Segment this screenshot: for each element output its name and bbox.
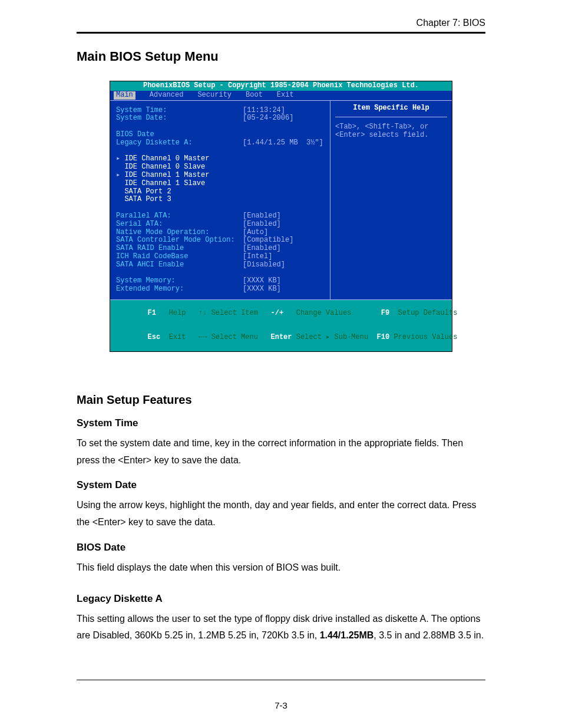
triangle-icon: ▸ xyxy=(116,155,124,163)
bios-menubar: Main Advanced Security Boot Exit xyxy=(110,91,452,100)
value-ich: [Intel] xyxy=(243,253,272,261)
row-ich[interactable]: ICH Raid CodeBase [Intel] xyxy=(116,253,326,261)
label-sata-ctrl: SATA Controller Mode Option: xyxy=(116,236,243,245)
label-ich: ICH Raid CodeBase xyxy=(116,253,243,261)
row-ide0-master[interactable]: ▸ IDE Channel 0 Master xyxy=(116,155,326,163)
bios-tab-security[interactable]: Security xyxy=(197,91,232,100)
value-sata: [Enabled] xyxy=(243,220,281,229)
bios-help-pane: Item Specific Help <Tab>, <Shift-Tab>, o… xyxy=(330,100,452,299)
help-title: Item Specific Help xyxy=(335,104,447,118)
row-legacy-a[interactable]: Legacy Diskette A: [1.44/1.25 MB 3½"] xyxy=(116,139,326,147)
ft-submenu: Select ▸ Sub-Menu xyxy=(296,333,368,341)
row-ahci[interactable]: SATA AHCI Enable [Disabled] xyxy=(116,261,326,269)
value-sysmem: [XXXX KB] xyxy=(243,277,281,285)
row-pata[interactable]: Parallel ATA: [Enabled] xyxy=(116,212,326,220)
bios-body: System Time: [11:13:24] System Date: [05… xyxy=(110,100,452,299)
ft-pm: -/+ xyxy=(270,309,283,317)
p-system-time: To set the system date and time, key in … xyxy=(77,435,485,469)
row-extmem: Extended Memory: [XXXX KB] xyxy=(116,285,326,294)
value-system-time: [11:13:24] xyxy=(243,107,285,115)
ft-selmenu: ←→ Select Menu xyxy=(199,333,258,341)
label-sata2: SATA Port 2 xyxy=(124,188,171,196)
row-sata-raid[interactable]: SATA RAID Enable [Enabled] xyxy=(116,245,326,253)
help-body: <Tab>, <Shift-Tab>, or <Enter> selects f… xyxy=(335,123,447,140)
label-extmem: Extended Memory: xyxy=(116,285,243,294)
p-bios-date: This field displays the date when this v… xyxy=(77,559,485,577)
bios-titlebar: PhoenixBIOS Setup - Copyright 1985-2004 … xyxy=(110,81,452,91)
value-native: [Auto] xyxy=(243,229,268,237)
p-legacy-a-2: , 3.5 in and 2.88MB 3.5 in. xyxy=(373,630,484,640)
header-rule xyxy=(77,32,485,34)
ft-change: Change Values xyxy=(296,309,352,317)
h-system-date: System Date xyxy=(77,479,485,491)
label-legacy-a: Legacy Diskette A: xyxy=(116,139,243,147)
bios-screenshot: PhoenixBIOS Setup - Copyright 1985-2004 … xyxy=(110,81,452,352)
row-system-date[interactable]: System Date: [05-24-2006] xyxy=(116,114,326,123)
row-sata-ctrl[interactable]: SATA Controller Mode Option: [Compatible… xyxy=(116,236,326,245)
bios-tab-advanced[interactable]: Advanced xyxy=(150,91,184,100)
ft-defaults: Setup Defaults xyxy=(398,309,458,317)
h-system-time: System Time xyxy=(77,417,485,429)
chapter-header: Chapter 7: BIOS xyxy=(77,18,485,28)
label-ide0-master: IDE Channel 0 Master xyxy=(124,155,209,163)
label-ide1-master: IDE Channel 1 Master xyxy=(124,172,209,180)
p-system-date: Using the arrow keys, highlight the mont… xyxy=(77,497,485,531)
value-sata-ctrl: [Compatible] xyxy=(243,236,293,245)
spacer xyxy=(116,196,124,204)
value-pata: [Enabled] xyxy=(243,212,281,220)
row-sata2[interactable]: SATA Port 2 xyxy=(116,188,326,196)
row-native[interactable]: Native Mode Operation: [Auto] xyxy=(116,229,326,237)
h-legacy-a: Legacy Diskette A xyxy=(77,593,485,605)
value-sata-raid: [Enabled] xyxy=(243,245,281,253)
page-title: Main BIOS Setup Menu xyxy=(77,49,485,64)
row-system-time[interactable]: System Time: [11:13:24] xyxy=(116,107,326,115)
label-sysmem: System Memory: xyxy=(116,277,243,285)
label-sata3: SATA Port 3 xyxy=(124,196,171,204)
value-extmem: [XXXX KB] xyxy=(243,285,281,294)
row-sata[interactable]: Serial ATA: [Enabled] xyxy=(116,220,326,229)
row-bios-date: BIOS Date xyxy=(116,131,326,139)
spacer xyxy=(116,180,124,188)
row-ide1-master[interactable]: ▸ IDE Channel 1 Master xyxy=(116,172,326,180)
footer-rule xyxy=(77,680,485,680)
row-ide1-slave[interactable]: IDE Channel 1 Slave xyxy=(116,180,326,188)
value-legacy-a: [1.44/1.25 MB 3½"] xyxy=(243,139,323,147)
spacer xyxy=(116,163,124,172)
label-ide1-slave: IDE Channel 1 Slave xyxy=(124,180,205,188)
spacer xyxy=(116,188,124,196)
row-sata3[interactable]: SATA Port 3 xyxy=(116,196,326,204)
features-title: Main Setup Features xyxy=(77,393,485,407)
triangle-icon: ▸ xyxy=(116,172,124,180)
label-system-date: System Date: xyxy=(116,114,243,123)
label-bios-date: BIOS Date xyxy=(116,131,243,139)
page: Chapter 7: BIOS Main BIOS Setup Menu Pho… xyxy=(0,0,562,728)
p-legacy-a-bold: 1.44/1.25MB xyxy=(320,630,374,640)
label-ide0-slave: IDE Channel 0 Slave xyxy=(124,163,205,172)
value-ahci: [Disabled] xyxy=(243,261,285,269)
page-number: 7-3 xyxy=(0,700,562,710)
ft-enter: Enter xyxy=(270,333,292,341)
bios-main-pane: System Time: [11:13:24] System Date: [05… xyxy=(110,100,330,299)
ft-prev: Previous Values xyxy=(394,333,457,341)
label-native: Native Mode Operation: xyxy=(116,229,243,237)
ft-f1: F1 xyxy=(148,309,156,317)
p-legacy-a: This setting allows the user to set the … xyxy=(77,611,485,645)
bios-tab-main[interactable]: Main xyxy=(114,91,135,100)
label-sata: Serial ATA: xyxy=(116,220,243,229)
ft-exit: Exit xyxy=(169,333,186,341)
label-pata: Parallel ATA: xyxy=(116,212,243,220)
label-system-time: System Time: xyxy=(116,107,243,115)
row-ide0-slave[interactable]: IDE Channel 0 Slave xyxy=(116,163,326,172)
bios-tab-exit[interactable]: Exit xyxy=(277,91,294,100)
row-sysmem: System Memory: [XXXX KB] xyxy=(116,277,326,285)
ft-f9: F9 xyxy=(381,309,389,317)
ft-esc: Esc xyxy=(148,333,161,341)
ft-f10: F10 xyxy=(377,333,390,341)
bios-tab-boot[interactable]: Boot xyxy=(246,91,263,100)
bios-footer: F1 Help ↑↓ Select Item -/+ Change Values… xyxy=(110,299,452,351)
label-sata-raid: SATA RAID Enable xyxy=(116,245,243,253)
h-bios-date: BIOS Date xyxy=(77,542,485,554)
value-system-date: [05-24-2006] xyxy=(243,114,293,123)
ft-selitem: ↑↓ Select Item xyxy=(199,309,258,317)
ft-help: Help xyxy=(169,309,186,317)
